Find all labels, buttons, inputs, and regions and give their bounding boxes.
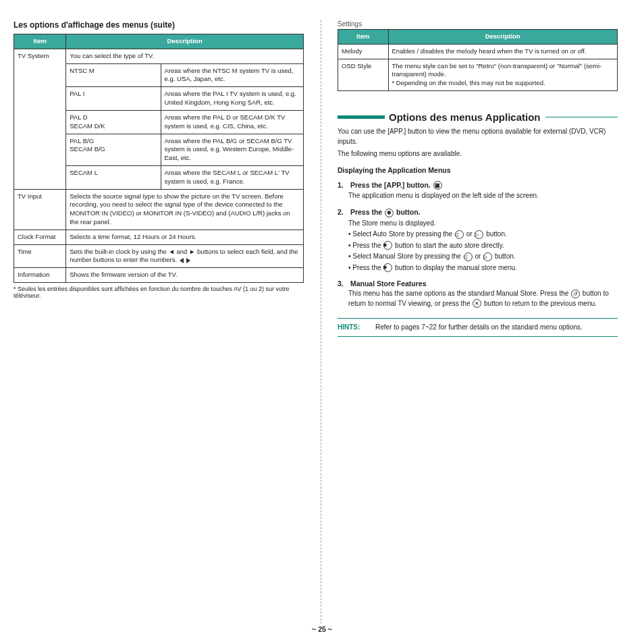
- table-row: TV System You can select the type of TV.…: [14, 49, 304, 189]
- intro-paragraph: You can use the [APP.] button to view th…: [338, 127, 618, 146]
- step-1-detail: The application menu is displayed on the…: [338, 191, 618, 201]
- desc-cell: Enables / disables the melody heard when…: [388, 44, 617, 59]
- section-line: [545, 117, 618, 117]
- footnote: * Seules les entrées disponibles sont af…: [14, 286, 304, 299]
- page-number: ~ 25 ~: [0, 625, 644, 633]
- subkey: NTSC M: [66, 64, 161, 87]
- hints-label: HINTS:: [338, 323, 371, 332]
- right-button-icon: ▷: [483, 252, 492, 261]
- desc-cell: Selects a time format, 12 Hours or 24 Ho…: [66, 230, 304, 244]
- subkey: PAL I: [66, 87, 161, 110]
- table-row: TV Input Selects the source signal type …: [14, 189, 304, 230]
- section-header: Options des menus Application: [338, 111, 618, 123]
- table-row: Time Sets the built-in clock by using th…: [14, 244, 304, 268]
- exit-button-icon: ✕: [473, 299, 481, 308]
- subval: Areas where the PAL I TV system is used,…: [161, 87, 303, 110]
- subkey: SECAM L: [66, 166, 161, 189]
- subval: Areas where the PAL D or SECAM D/K TV sy…: [161, 111, 303, 134]
- table-subrow: NTSC M Areas where the NTSC M system TV …: [66, 64, 303, 88]
- steps-heading: Displaying the Application Menus: [338, 166, 618, 174]
- subval: Areas where the NTSC M system TV is used…: [161, 64, 303, 87]
- item-cell: TV System: [14, 49, 65, 63]
- step-2-bullet: Press the ✱ button to display the manual…: [338, 263, 618, 273]
- table-row: Information Shows the firmware version o…: [14, 268, 304, 283]
- item-cell: Information: [14, 268, 66, 283]
- app-button-icon: ▦: [433, 181, 442, 190]
- enter-button-icon: ✱: [383, 241, 392, 250]
- left-arrow-icon: [180, 258, 184, 263]
- enter-button-icon: ✱: [383, 263, 392, 272]
- right-arrow-icon: [186, 258, 190, 263]
- desc-cell: Sets the built-in clock by using the ◄ a…: [66, 244, 304, 268]
- table-row: OSD Style The menu style can be set to "…: [338, 59, 618, 90]
- desc-cell: Shows the firmware version of the TV.: [66, 268, 304, 283]
- step-2: 2. Press the ✱ button.: [338, 208, 618, 217]
- col-item-header: Item: [14, 34, 66, 49]
- table-row: Melody Enables / disables the melody hea…: [338, 44, 618, 59]
- col-item-header: Item: [338, 30, 389, 45]
- right-button-icon: ▷: [475, 230, 483, 239]
- desc-cell: You can select the type of TV.: [66, 49, 303, 64]
- return-button-icon: ↺: [571, 290, 580, 298]
- left-section-title: Les options d'affichage des menus (suite…: [14, 20, 304, 30]
- right-options-table: Item Description Melody Enables / disabl…: [338, 29, 618, 91]
- step-3-detail: This menu has the same options as the st…: [338, 289, 618, 308]
- col-desc-header: Description: [66, 34, 304, 49]
- step-2-detail: The Store menu is displayed.: [338, 219, 618, 229]
- step-3: 3. Manual Store Features: [338, 279, 618, 288]
- desc-cell: The menu style can be set to "Retro" (no…: [388, 59, 617, 90]
- hints-text: Refer to pages 7~22 for further details …: [375, 323, 583, 332]
- hints-panel: HINTS: Refer to pages 7~22 for further d…: [338, 318, 618, 337]
- section-title: Options des menus Application: [389, 111, 540, 123]
- item-cell: OSD Style: [338, 59, 389, 90]
- item-cell: Time: [14, 244, 66, 268]
- table-row: Clock Format Selects a time format, 12 H…: [14, 230, 304, 244]
- item-cell: Clock Format: [14, 230, 66, 244]
- table-subrow: PAL D SECAM D/K Areas where the PAL D or…: [66, 111, 303, 134]
- subval: Areas where the SECAM L or SECAM L' TV s…: [161, 166, 303, 189]
- table-subrow: SECAM L Areas where the SECAM L or SECAM…: [66, 166, 303, 189]
- section-mark-icon: [338, 115, 385, 119]
- table-subrow: PAL B/G SECAM B/G Areas where the PAL B/…: [66, 134, 303, 166]
- intro-paragraph: The following menu options are available…: [338, 149, 618, 159]
- item-cell: Melody: [338, 44, 389, 59]
- item-cell: TV Input: [14, 189, 66, 230]
- desc-cell: Selects the source signal type to show t…: [66, 189, 304, 230]
- subkey: PAL B/G SECAM B/G: [66, 134, 161, 165]
- table-subrow: PAL I Areas where the PAL I TV system is…: [66, 87, 303, 111]
- col-desc-header: Description: [388, 30, 617, 45]
- left-button-icon: ◁: [455, 230, 464, 239]
- step-2-bullet: Select Manual Store by pressing the ◁ or…: [338, 252, 618, 262]
- step-1: 1. Press the [APP.] button. ▦: [338, 181, 618, 190]
- step-2-bullet: Select Auto Store by pressing the ◁ or ▷…: [338, 230, 618, 240]
- left-button-icon: ◁: [464, 252, 473, 261]
- page-head-small: Settings: [338, 20, 618, 28]
- enter-button-icon: ✱: [385, 209, 394, 217]
- subkey: PAL D SECAM D/K: [66, 111, 161, 134]
- left-options-table: Item Description TV System You can selec…: [14, 34, 304, 283]
- subval: Areas where the PAL B/G or SECAM B/G TV …: [161, 134, 303, 165]
- step-2-bullet: Press the ✱ button to start the auto sto…: [338, 241, 618, 251]
